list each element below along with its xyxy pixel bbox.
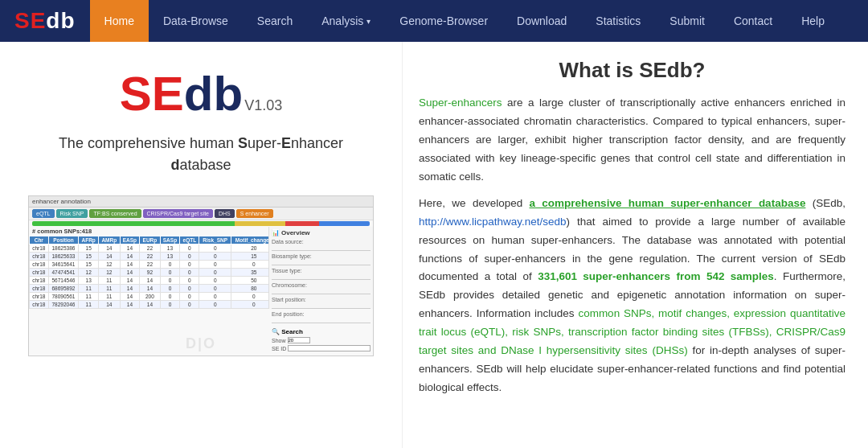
nav-submit[interactable]: Submit [655,0,719,42]
subtitle-bold-d: d [170,157,179,173]
nav-download[interactable]: Download [502,0,581,42]
logo-db: db [46,8,75,33]
nav-statistics[interactable]: Statistics [581,0,655,42]
sc-right-panel: 📊 Overview Data source: Biosample type: … [268,227,373,309]
nav-analysis[interactable]: Analysis ▾ [307,0,385,42]
sedb-url-link[interactable]: http://www.licpathway.net/sedb [419,216,567,228]
sc-dhs-btn: DHS [215,209,235,218]
nav-contact[interactable]: Contact [719,0,787,42]
para2-text2: (SEdb, [805,197,845,209]
subtitle-atabase: atabase [179,157,231,173]
sc-header-label: enhancer annotation [29,196,373,208]
sc-end: End position: [272,311,371,323]
left-panel: SEdb V1.03 The comprehensive human Super… [0,42,402,448]
sedb-count: 331,601 super-enhancers from 542 samples [538,270,774,282]
main-content: SEdb V1.03 The comprehensive human Super… [0,42,868,448]
nav-help[interactable]: Help [787,0,839,42]
watermark: D|O [186,335,216,352]
super-enhancers-link[interactable]: Super-enhancers [419,97,502,109]
nav-items: Home Data-Browse Search Analysis ▾ Genom… [90,0,839,42]
comprehensive-link[interactable]: a comprehensive human super-enhancer dat… [530,197,806,209]
sc-seid-input[interactable] [288,345,371,351]
sc-col-eqtl: eQTL [180,236,199,245]
sc-col-risksnp: Risk_SNP [199,236,231,245]
screenshot-preview: enhancer annotation eQTL Risk SNP TF:BS … [28,195,374,356]
sc-tfbs-btn: TF:BS conserved [89,209,141,218]
sc-col-amrp: AMRp [99,236,120,245]
sc-col-easp: EASp [120,236,140,245]
subtitle-uper: uper- [248,135,281,151]
sc-enhancer-btn: S enhancer [236,209,273,218]
nav-data-browse[interactable]: Data-Browse [149,0,243,42]
version-label: V1.03 [244,97,282,114]
sc-start: Start position: [272,297,371,309]
sc-overview-title: 📊 Overview [272,229,371,236]
paragraph-2: Here, we developed a comprehensive human… [419,195,845,397]
sc-eqtl-btn: eQTL [32,209,55,218]
sc-biosample: Biosample type: [272,253,371,265]
sc-col-pos: Position [48,236,79,245]
sc-search-title: 🔍 Search [272,328,371,335]
sc-risk-btn: Risk SNP [56,209,88,218]
sc-col-sasp: SASp [160,236,180,245]
nav-search[interactable]: Search [243,0,307,42]
title-se: SEdb [120,66,243,121]
sc-col-eurp: EURp [140,236,160,245]
navigation: SEdb Home Data-Browse Search Analysis ▾ … [0,0,868,42]
sc-col-afrp: AFRp [79,236,99,245]
subtitle-nhancer: nhancer [291,135,343,151]
sc-col-chr: Chr [30,236,49,245]
sedb-subtitle: The comprehensive human Super-Enhancer d… [59,133,343,176]
right-title: What is SEdb? [419,58,845,83]
sc-toolbar: eQTL Risk SNP TF:BS conserved CRISPR/Cas… [29,208,373,220]
sc-data-source: Data source: [272,239,371,251]
para2-text1: Here, we developed [419,197,530,209]
nav-genome-browser[interactable]: Genome-Browser [385,0,502,42]
subtitle-bold-e: E [281,135,291,151]
sc-result-1: SE_21_81000061 [272,355,371,356]
sc-chromosome: Chromosome: [272,282,371,294]
right-panel: What is SEdb? Super-enhancers are a larg… [402,42,868,448]
sc-bar [32,221,370,226]
sc-show-input[interactable] [288,337,310,343]
paragraph-1: Super-enhancers are a large cluster of t… [419,94,845,187]
site-logo[interactable]: SEdb [0,8,90,34]
sc-seid-row: SE ID [272,345,371,351]
analysis-arrow-icon: ▾ [366,17,371,26]
logo-se: SE [14,8,46,33]
right-text: Super-enhancers are a large cluster of t… [419,94,845,397]
sc-crispr-btn: CRISPR/Cas9 target site [143,209,213,218]
nav-home[interactable]: Home [90,0,149,42]
sc-show-row: Show [272,337,371,343]
sedb-logo-title: SEdb V1.03 [120,66,282,121]
subtitle-bold-s: S [238,135,248,151]
sc-tissue: Tissue type: [272,268,371,280]
